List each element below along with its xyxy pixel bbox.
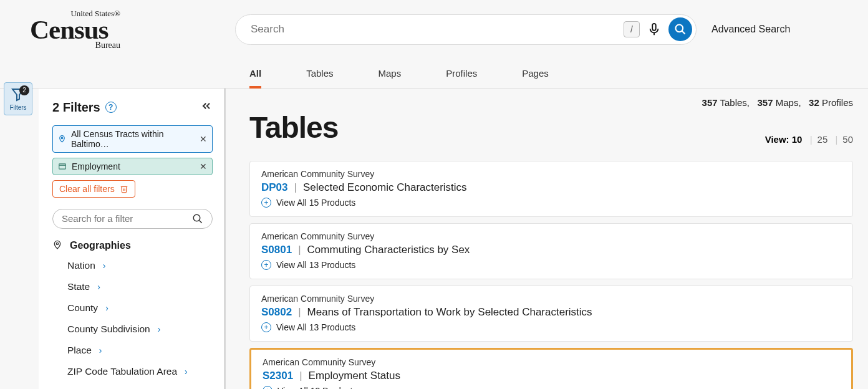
tab-profiles[interactable]: Profiles <box>446 68 477 88</box>
plus-circle-icon: + <box>263 386 272 389</box>
remove-filter-icon[interactable]: ✕ <box>200 161 207 171</box>
result-title: Selected Economic Characteristics <box>303 181 467 194</box>
search-button[interactable] <box>668 17 692 41</box>
tab-tables[interactable]: Tables <box>306 68 333 88</box>
geo-item-place[interactable]: Place› <box>67 340 213 361</box>
results-list: American Community SurveyDP03|Selected E… <box>249 161 853 389</box>
svg-point-5 <box>61 137 63 139</box>
view-option-50[interactable]: 50 <box>842 134 853 145</box>
clear-filters-label: Clear all filters <box>59 184 115 194</box>
geo-item-county[interactable]: County› <box>67 297 213 319</box>
collapse-sidebar-button[interactable] <box>200 100 213 115</box>
main: 357 Tables, 357 Maps, 32 Profiles Tables… <box>226 89 868 389</box>
tab-all[interactable]: All <box>249 68 261 89</box>
svg-point-2 <box>676 25 683 32</box>
separator: | <box>298 244 301 256</box>
filters-count-badge: 2 <box>19 85 29 95</box>
trash-icon <box>120 185 128 193</box>
page-title: Tables <box>249 110 339 145</box>
geo-category-title: Geographies <box>70 240 131 251</box>
result-card[interactable]: American Community SurveyS2301|Employmen… <box>249 348 853 389</box>
view-products-label: View All 13 Products <box>276 260 355 270</box>
result-card[interactable]: American Community SurveyDP03|Selected E… <box>249 161 853 217</box>
tab-maps[interactable]: Maps <box>379 68 402 88</box>
result-title: Employment Status <box>309 370 400 382</box>
sidebar: 2 Filters ? All Census Tracts within Bal… <box>39 89 226 389</box>
result-code[interactable]: DP03 <box>261 181 288 194</box>
result-card[interactable]: American Community SurveyS0801|Commuting… <box>249 223 853 279</box>
chevron-right-icon: › <box>99 345 102 355</box>
view-option-25[interactable]: 25 <box>817 134 828 145</box>
slash-key-hint: / <box>624 21 640 37</box>
chevron-right-icon: › <box>105 303 109 313</box>
filter-search-input[interactable] <box>62 213 192 224</box>
count-tables: 357 <box>702 97 718 108</box>
result-source: American Community Survey <box>261 294 841 304</box>
remove-filter-icon[interactable]: ✕ <box>200 134 207 144</box>
sidebar-title: 2 Filters ? <box>52 100 117 115</box>
filter-chip-label: Employment <box>72 161 120 171</box>
filter-search[interactable] <box>52 209 213 229</box>
filters-toggle[interactable]: 2 Filters <box>4 82 32 115</box>
separator: | <box>299 370 302 382</box>
advanced-search-link[interactable]: Advanced Search <box>711 24 790 35</box>
topic-icon <box>58 162 67 171</box>
plus-circle-icon: + <box>261 322 271 332</box>
geo-category: Geographies <box>52 240 213 255</box>
chevron-right-icon: › <box>158 324 161 334</box>
search-icon <box>674 23 687 36</box>
filters-toggle-label: Filters <box>4 104 32 111</box>
geo-item-nation[interactable]: Nation› <box>67 255 213 276</box>
view-products-label: View All 13 Products <box>277 386 357 389</box>
header: United States® Census Bureau / Advanced … <box>0 0 868 59</box>
tab-pages[interactable]: Pages <box>522 68 549 88</box>
filter-chip-label: All Census Tracts within Baltimo… <box>71 129 195 149</box>
result-title: Commuting Characteristics by Sex <box>307 244 470 256</box>
chevron-right-icon: › <box>185 367 188 377</box>
view-products-link[interactable]: +View All 13 Products <box>261 322 841 332</box>
nav-tabs: All Tables Maps Profiles Pages <box>0 59 868 89</box>
view-active[interactable]: 10 <box>792 134 803 145</box>
view-options: View: 10 |25 |50 <box>765 134 853 145</box>
view-products-link[interactable]: +View All 13 Products <box>263 386 840 389</box>
view-products-link[interactable]: +View All 13 Products <box>261 260 841 270</box>
geo-item-zcta[interactable]: ZIP Code Tabulation Area› <box>67 361 213 382</box>
result-code[interactable]: S0802 <box>261 306 292 319</box>
geo-item-state[interactable]: State› <box>67 276 213 297</box>
svg-point-8 <box>193 214 200 221</box>
mic-icon[interactable] <box>647 22 661 36</box>
result-title: Means of Transportation to Work by Selec… <box>307 306 592 319</box>
count-maps-label: Maps, <box>776 97 801 108</box>
result-card[interactable]: American Community SurveyS0802|Means of … <box>249 286 853 342</box>
logo[interactable]: United States® Census Bureau <box>30 9 120 50</box>
svg-rect-6 <box>59 163 66 168</box>
body: 2 Filters ? All Census Tracts within Bal… <box>0 89 868 389</box>
geo-list: Nation› State› County› County Subdivisio… <box>67 255 213 389</box>
result-code[interactable]: S0801 <box>261 244 292 256</box>
count-tables-label: Tables, <box>720 97 750 108</box>
view-products-label: View All 13 Products <box>276 322 355 332</box>
search-bar[interactable]: / <box>235 14 697 45</box>
result-source: American Community Survey <box>261 169 841 179</box>
result-code[interactable]: S2301 <box>263 370 293 382</box>
geo-item-metro[interactable]: Metropolitan/Micropolitan Statistical Ar… <box>67 382 213 389</box>
result-source: American Community Survey <box>263 357 840 367</box>
search-icon <box>192 213 203 224</box>
search-input[interactable] <box>251 23 624 36</box>
view-label: View: <box>765 134 789 145</box>
result-counts: 357 Tables, 357 Maps, 32 Profiles <box>249 97 853 108</box>
logo-mid: Census <box>30 19 120 42</box>
clear-filters-button[interactable]: Clear all filters <box>52 180 135 198</box>
geo-item-label: State <box>67 281 90 292</box>
geo-item-label: ZIP Code Tabulation Area <box>67 366 177 377</box>
filter-chip-geography[interactable]: All Census Tracts within Baltimo… ✕ <box>52 125 213 153</box>
plus-circle-icon: + <box>261 260 271 270</box>
pin-icon <box>52 240 62 250</box>
filter-chip-topic[interactable]: Employment ✕ <box>52 158 213 175</box>
geo-item-county-subdivision[interactable]: County Subdivision› <box>67 319 213 340</box>
help-icon[interactable]: ? <box>105 102 117 113</box>
result-source: American Community Survey <box>261 231 841 241</box>
geo-item-label: Metropolitan/Micropolitan Statistical Ar… <box>67 387 186 389</box>
view-products-link[interactable]: +View All 15 Products <box>261 198 841 208</box>
svg-rect-0 <box>652 24 656 31</box>
